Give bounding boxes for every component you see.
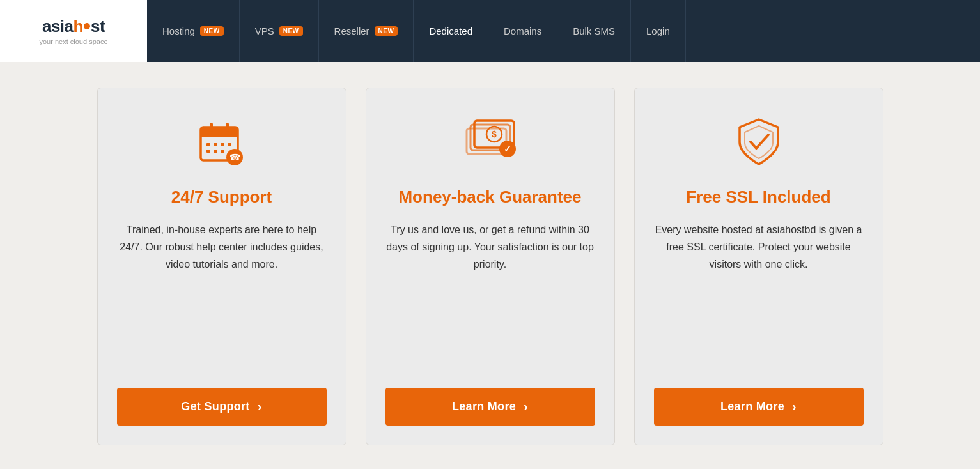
nav-items: Hosting NEW VPS NEW Reseller NEW Dedicat…	[147, 0, 980, 62]
nav-bulksms[interactable]: Bulk SMS	[557, 0, 631, 62]
learn-more-button-2[interactable]: Learn More ›	[654, 388, 864, 426]
ssl-shield-icon	[730, 114, 788, 171]
card-support-desc: Trained, in-house experts are here to he…	[117, 221, 327, 362]
nav-vps[interactable]: VPS NEW	[240, 0, 319, 62]
nav-hosting-label: Hosting	[162, 26, 195, 36]
logo-text: asiahst	[42, 17, 105, 36]
nav-reseller-label: Reseller	[334, 26, 369, 36]
svg-rect-9	[214, 150, 217, 153]
learn-more-label-2: Learn More	[720, 400, 784, 413]
learn-more-button-1[interactable]: Learn More ›	[385, 388, 595, 426]
svg-rect-1	[201, 127, 238, 137]
card-ssl: Free SSL Included Every website hosted a…	[634, 88, 883, 445]
tagline: your next cloud space	[39, 38, 107, 45]
nav-reseller[interactable]: Reseller NEW	[319, 0, 414, 62]
nav-login[interactable]: Login	[631, 0, 686, 62]
svg-rect-3	[226, 123, 229, 132]
svg-rect-7	[228, 143, 231, 146]
nav-domains[interactable]: Domains	[488, 0, 557, 62]
card-moneyback: $ ✓ Money-back Guarantee Try us and love…	[366, 88, 615, 445]
svg-text:$: $	[492, 129, 497, 139]
svg-text:☎: ☎	[229, 152, 240, 162]
nav-hosting[interactable]: Hosting NEW	[147, 0, 240, 62]
main-nav: asiahst your next cloud space Hosting NE…	[0, 0, 980, 62]
card-moneyback-title: Money-back Guarantee	[398, 187, 581, 208]
svg-rect-6	[221, 143, 224, 146]
logo[interactable]: asiahst your next cloud space	[0, 0, 147, 62]
card-support: ☎ 24/7 Support Trained, in-house experts…	[97, 88, 346, 445]
card-ssl-desc: Every website hosted at asiahostbd is gi…	[654, 221, 864, 362]
svg-text:✓: ✓	[504, 144, 511, 154]
nav-dedicated[interactable]: Dedicated	[414, 0, 488, 62]
money-back-icon: $ ✓	[462, 114, 519, 171]
svg-rect-4	[206, 143, 210, 146]
nav-login-label: Login	[646, 26, 670, 36]
svg-rect-5	[214, 143, 217, 146]
nav-vps-badge: NEW	[279, 26, 303, 36]
card-support-title: 24/7 Support	[171, 187, 272, 208]
btn-arrow-icon: ›	[258, 399, 262, 414]
get-support-button[interactable]: Get Support ›	[117, 388, 327, 426]
nav-dedicated-label: Dedicated	[429, 26, 472, 36]
svg-rect-2	[210, 123, 213, 132]
svg-rect-10	[221, 150, 224, 153]
learn-more-label-1: Learn More	[452, 400, 516, 413]
card-moneyback-desc: Try us and love us, or get a refund with…	[385, 221, 595, 362]
btn-arrow-icon-1: ›	[524, 399, 528, 414]
nav-reseller-badge: NEW	[375, 26, 398, 36]
btn-arrow-icon-2: ›	[792, 399, 797, 414]
nav-hosting-badge: NEW	[200, 26, 224, 36]
nav-domains-label: Domains	[504, 26, 541, 36]
nav-bulksms-label: Bulk SMS	[573, 26, 615, 36]
nav-vps-label: VPS	[255, 26, 274, 36]
main-content: ☎ 24/7 Support Trained, in-house experts…	[0, 62, 980, 469]
svg-rect-8	[206, 150, 210, 153]
calendar-phone-icon: ☎	[193, 114, 251, 171]
card-ssl-title: Free SSL Included	[686, 187, 830, 208]
get-support-label: Get Support	[181, 400, 249, 413]
